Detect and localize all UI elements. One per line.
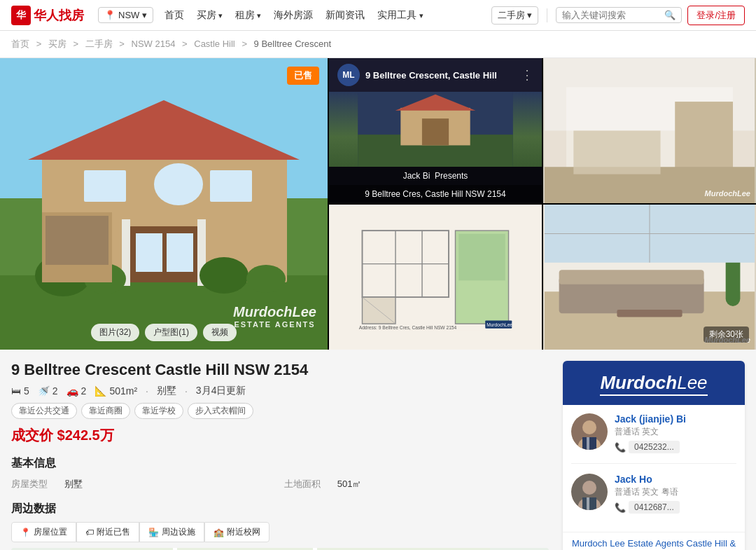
map-tab-nearby-sold[interactable]: 🏷 附近已售 — [76, 522, 139, 542]
agent-avatar-2 — [571, 474, 608, 510]
agency-overlay-1: MurdochLee — [705, 189, 750, 198]
breadcrumb-nsw2154[interactable]: NSW 2154 — [132, 39, 176, 49]
map-tab-facilities[interactable]: 🏪 周边设施 — [139, 522, 204, 542]
facilities-icon: 🏪 — [148, 528, 159, 537]
agency-link: Murdoch Lee Estate Agents Castle Hill & … — [563, 532, 745, 550]
gallery-grid: ML 9 Belltree Crescent, Castle Hill ⋮ ▶ — [329, 58, 756, 350]
listing-type-selector[interactable]: 二手房 ▾ — [491, 6, 539, 25]
nearby-title: 周边数据 — [11, 502, 549, 516]
house-type-value: 别墅 — [64, 478, 83, 490]
agent-name-1[interactable]: Jack (jianjie) Bi — [615, 413, 736, 425]
tag-shops[interactable]: 靠近商圈 — [81, 403, 130, 419]
location-selector[interactable]: 📍 NSW ▾ — [98, 7, 153, 23]
svg-rect-29 — [573, 131, 660, 174]
breadcrumb-buy[interactable]: 买房 — [48, 39, 66, 49]
agent-avatar-1 — [571, 413, 608, 450]
interior-photo-1: MurdochLee — [543, 58, 756, 203]
agent-card: MurdochLee — [563, 361, 745, 550]
agent-phone-number-1[interactable]: 0425232... — [629, 441, 680, 453]
svg-text:Address: 9 Belltree Cres, Cast: Address: 9 Belltree Cres, Castle Hill NS… — [359, 325, 457, 330]
interior-svg-1 — [543, 58, 756, 203]
map-tab-location-label: 房屋位置 — [34, 526, 67, 538]
spec-area: 📐 501m² — [94, 385, 137, 397]
watermark-name: MurdochLee — [233, 304, 316, 320]
video-agent-info: ML 9 Belltree Crescent, Castle Hill — [337, 64, 497, 86]
nav-news[interactable]: 新闻资讯 — [326, 6, 365, 25]
agency-link-text[interactable]: Murdoch Lee Estate Agents Castle Hill & … — [572, 538, 736, 550]
video-cell: ML 9 Belltree Crescent, Castle Hill ⋮ ▶ — [329, 58, 542, 203]
watermark-sub: ESTATE AGENTS — [233, 320, 316, 329]
svg-rect-18 — [46, 216, 108, 265]
sold-badge: 已售 — [287, 67, 319, 85]
video-header: ML 9 Belltree Crescent, Castle Hill ⋮ — [329, 58, 542, 92]
agent-info-1: Jack (jianjie) Bi 普通话 英文 📞 0425232... — [615, 413, 736, 453]
svg-rect-23 — [422, 118, 449, 145]
video-title: 9 Belltree Crescent, Castle Hill — [365, 70, 497, 81]
header: 华 华人找房 📍 NSW ▾ 首页 买房 租房 海外房源 新闻资讯 实用工具 二… — [0, 0, 756, 31]
video-presenter: Jack Bi — [403, 171, 430, 181]
tag-schools[interactable]: 靠近学校 — [134, 403, 183, 419]
agent-name-2[interactable]: Jack Ho — [615, 474, 736, 485]
video-street-address: 9 Belltree Cres, Castle Hill NSW 2154 — [329, 185, 542, 203]
photos-button[interactable]: 图片(32) — [91, 324, 139, 341]
land-area-value: 501㎡ — [337, 478, 362, 490]
breadcrumb: 首页 > 买房 > 二手房 > NSW 2154 > Castle Hill >… — [0, 31, 756, 58]
nav-home[interactable]: 首页 — [164, 6, 184, 25]
floorplan-svg: Address: 9 Belltree Cres, Castle Hill NS… — [356, 223, 515, 331]
search-icon[interactable]: 🔍 — [664, 10, 676, 20]
gallery: 已售 MurdochLee ESTATE AGENTS 图片(32) 户型图(1… — [0, 58, 756, 350]
agent-item-2: Jack Ho 普通话 英文 粤语 📞 0412687... — [571, 474, 736, 523]
property-tags: 靠近公共交通 靠近商圈 靠近学校 步入式衣帽间 — [11, 403, 549, 419]
parking-value: 2 — [81, 385, 87, 397]
nav-tools[interactable]: 实用工具 — [377, 6, 423, 25]
baths-value: 2 — [52, 385, 58, 397]
map-tab-schools[interactable]: 🏫 附近校网 — [204, 522, 270, 542]
svg-rect-7 — [210, 170, 252, 202]
spec-baths: 🚿 2 — [38, 385, 58, 397]
nav-buy[interactable]: 买房 — [197, 6, 223, 25]
nav-overseas[interactable]: 海外房源 — [274, 6, 313, 25]
interior-photo-2: MurdochLee 剩余30张 — [543, 205, 756, 350]
agent-item-1: Jack (jianjie) Bi 普通话 英文 📞 0425232... — [571, 413, 736, 464]
video-preview[interactable]: ▶ — [329, 92, 542, 167]
divider — [547, 8, 547, 22]
gallery-controls: 图片(32) 户型图(1) 视频 — [91, 324, 237, 341]
nav-rent[interactable]: 租房 — [235, 6, 261, 25]
agent-list: Jack (jianjie) Bi 普通话 英文 📞 0425232... — [563, 405, 745, 532]
tag-wardrobe[interactable]: 步入式衣帽间 — [188, 403, 253, 419]
property-specs: 🛏 5 🚿 2 🚗 2 📐 501m² · 别墅 · 3月4日更新 — [11, 385, 549, 397]
floorplan-button[interactable]: 户型图(1) — [145, 324, 197, 341]
spec-beds: 🛏 5 — [11, 385, 29, 397]
agent-info-2: Jack Ho 普通话 英文 粤语 📞 0412687... — [615, 474, 736, 514]
breadcrumb-second-hand[interactable]: 二手房 — [85, 39, 113, 49]
updated-date: 3月4日更新 — [196, 385, 246, 397]
logo-icon: 华 — [11, 6, 31, 25]
video-button[interactable]: 视频 — [203, 324, 237, 341]
breadcrumb-castle-hill[interactable]: Castle Hill — [194, 39, 235, 49]
more-photos-badge[interactable]: 剩余30张 — [704, 326, 749, 343]
basic-info-grid: 房屋类型 别墅 土地面积 501㎡ — [11, 478, 549, 490]
location-pin-icon: 📍 — [104, 10, 115, 20]
breadcrumb-home[interactable]: 首页 — [11, 39, 29, 49]
search-input[interactable] — [562, 10, 664, 20]
svg-rect-46 — [617, 310, 682, 317]
svg-rect-36 — [458, 234, 505, 281]
tag-transport[interactable]: 靠近公共交通 — [11, 403, 77, 419]
area-icon: 📐 — [94, 385, 106, 397]
house-type-label: 房屋类型 — [11, 478, 48, 490]
login-button[interactable]: 登录/注册 — [687, 6, 745, 25]
phone-icon-2: 📞 — [615, 502, 626, 513]
logo[interactable]: 华 华人找房 — [11, 6, 84, 25]
video-more-icon[interactable]: ⋮ — [521, 67, 533, 83]
agent-photo-2 — [571, 474, 608, 510]
video-presents-label: Presents — [435, 171, 468, 181]
svg-point-16 — [246, 265, 286, 293]
video-avatar: ML — [337, 64, 360, 86]
area-value: 501m² — [109, 385, 137, 397]
agent-panel: MurdochLee — [563, 361, 745, 550]
map-tab-schools-label: 附近校网 — [227, 526, 260, 538]
map-tab-location[interactable]: 📍 房屋位置 — [11, 522, 76, 542]
car-icon: 🚗 — [66, 385, 78, 397]
agent-phone-number-2[interactable]: 0412687... — [629, 501, 680, 514]
agency-header: MurdochLee — [563, 361, 745, 405]
